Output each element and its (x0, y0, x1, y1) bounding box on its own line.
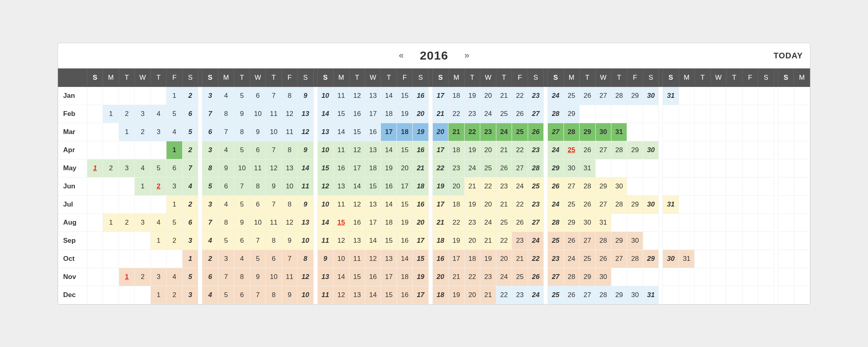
day-cell[interactable]: 18 (381, 105, 397, 123)
day-number[interactable]: 4 (208, 291, 212, 299)
day-number[interactable]: 22 (500, 237, 508, 244)
day-number[interactable]: 26 (532, 273, 539, 281)
day-cell[interactable]: 5 (218, 231, 234, 250)
day-cell[interactable]: 9 (298, 141, 313, 159)
day-cell[interactable]: 13 (317, 123, 333, 141)
day-number[interactable]: 10 (302, 291, 309, 299)
day-cell[interactable]: 9 (282, 286, 297, 304)
day-cell[interactable]: 23 (528, 195, 543, 213)
day-number[interactable]: 3 (156, 273, 160, 281)
day-cell[interactable]: 5 (218, 286, 234, 304)
day-number[interactable]: 4 (156, 110, 160, 118)
day-number[interactable]: 26 (516, 110, 524, 118)
day-cell[interactable]: 17 (381, 123, 397, 141)
day-cell[interactable]: 27 (512, 159, 528, 177)
day-number[interactable]: 24 (552, 146, 559, 154)
day-number[interactable]: 2 (109, 164, 113, 172)
day-number[interactable]: 1 (188, 255, 192, 262)
day-number[interactable]: 31 (647, 291, 655, 299)
day-number[interactable]: 6 (256, 92, 259, 99)
day-cell[interactable]: 15 (397, 141, 412, 159)
day-cell[interactable]: 9 (266, 177, 282, 195)
day-number[interactable]: 14 (385, 146, 393, 154)
day-number[interactable]: 21 (417, 164, 424, 172)
day-cell[interactable]: 30 (627, 231, 643, 250)
day-cell[interactable]: 18 (448, 195, 464, 213)
day-cell[interactable]: 12 (298, 268, 313, 286)
day-number[interactable]: 27 (584, 237, 591, 244)
day-number[interactable]: 20 (437, 128, 444, 136)
day-cell[interactable]: 13 (381, 250, 397, 268)
day-number[interactable]: 18 (437, 237, 444, 244)
day-cell[interactable]: 23 (448, 159, 464, 177)
day-number[interactable]: 24 (552, 92, 559, 99)
day-number[interactable]: 12 (302, 128, 309, 136)
day-number[interactable]: 5 (240, 200, 244, 208)
day-cell[interactable]: 22 (448, 213, 464, 231)
day-cell[interactable]: 29 (564, 213, 579, 231)
day-number[interactable]: 26 (552, 182, 559, 190)
day-cell[interactable]: 25 (580, 250, 595, 268)
day-cell[interactable]: 27 (580, 286, 595, 304)
day-cell[interactable]: 28 (564, 268, 579, 286)
day-number[interactable]: 25 (584, 255, 591, 262)
day-cell[interactable]: 22 (512, 87, 528, 105)
day-cell[interactable]: 23 (480, 268, 496, 286)
day-number[interactable]: 4 (173, 273, 176, 281)
day-cell[interactable]: 18 (464, 250, 480, 268)
day-cell[interactable]: 20 (432, 268, 448, 286)
day-cell[interactable]: 19 (464, 87, 480, 105)
day-cell[interactable]: 1 (167, 195, 182, 213)
day-number[interactable]: 24 (484, 110, 492, 118)
day-cell[interactable]: 23 (496, 177, 512, 195)
day-number[interactable]: 21 (500, 200, 508, 208)
day-cell[interactable]: 13 (365, 141, 381, 159)
day-cell[interactable]: 14 (317, 105, 333, 123)
day-number[interactable]: 1 (125, 273, 128, 281)
day-cell[interactable]: 16 (365, 123, 381, 141)
day-cell[interactable]: 10 (250, 213, 265, 231)
day-cell[interactable]: 4 (202, 231, 218, 250)
day-number[interactable]: 2 (125, 219, 128, 226)
day-cell[interactable]: 29 (580, 268, 595, 286)
day-number[interactable]: 18 (401, 128, 409, 136)
day-number[interactable]: 2 (208, 255, 212, 262)
day-number[interactable]: 11 (337, 92, 345, 99)
day-cell[interactable]: 27 (528, 105, 543, 123)
day-number[interactable]: 17 (417, 237, 424, 244)
day-number[interactable]: 17 (453, 255, 460, 262)
day-cell[interactable]: 5 (234, 141, 250, 159)
day-cell[interactable]: 17 (432, 195, 448, 213)
day-number[interactable]: 11 (321, 291, 329, 299)
day-number[interactable]: 26 (500, 164, 508, 172)
day-number[interactable]: 9 (304, 200, 307, 208)
day-number[interactable]: 12 (302, 273, 309, 281)
day-cell[interactable]: 25 (564, 195, 579, 213)
day-number[interactable]: 18 (453, 146, 460, 154)
day-cell[interactable]: 12 (349, 87, 365, 105)
day-number[interactable]: 13 (369, 200, 377, 208)
day-cell[interactable]: 24 (496, 123, 512, 141)
day-cell[interactable]: 1 (135, 177, 150, 195)
day-number[interactable]: 13 (353, 291, 361, 299)
day-cell[interactable]: 7 (250, 231, 265, 250)
day-cell[interactable]: 11 (250, 159, 265, 177)
day-cell[interactable]: 19 (432, 177, 448, 195)
day-number[interactable]: 7 (188, 164, 192, 172)
day-number[interactable]: 22 (484, 182, 492, 190)
day-cell[interactable]: 30 (595, 123, 611, 141)
day-cell[interactable]: 17 (413, 231, 428, 250)
day-cell[interactable]: 25 (528, 177, 543, 195)
day-cell[interactable]: 15 (397, 87, 412, 105)
day-number[interactable]: 17 (437, 200, 444, 208)
day-cell[interactable]: 3 (182, 231, 198, 250)
day-number[interactable]: 28 (599, 291, 607, 299)
day-number[interactable]: 20 (500, 255, 508, 262)
day-cell[interactable]: 4 (218, 141, 234, 159)
day-cell[interactable]: 5 (182, 123, 198, 141)
day-cell[interactable]: 26 (548, 177, 564, 195)
day-number[interactable]: 7 (272, 146, 276, 154)
day-cell[interactable]: 11 (349, 250, 365, 268)
day-cell[interactable]: 29 (627, 141, 643, 159)
day-number[interactable]: 18 (469, 255, 476, 262)
